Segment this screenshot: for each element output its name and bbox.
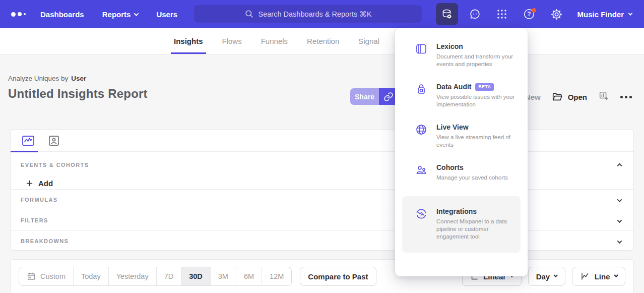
apps-grid-button[interactable] [491, 3, 512, 25]
tab-insights[interactable]: Insights [174, 28, 203, 54]
mixpanel-logo-icon[interactable] [11, 12, 28, 17]
range-6m[interactable]: 6M [236, 267, 262, 285]
top-navigation-bar: Dashboards Reports Users Search Dashboar… [0, 0, 644, 28]
menu-item-text: Cohorts Manage your saved cohorts [436, 163, 508, 182]
global-search-input[interactable]: Search Dashboards & Reports ⌘K [194, 5, 422, 23]
nav-users[interactable]: Users [156, 10, 177, 19]
range-label: 6M [244, 272, 254, 280]
calendar-icon [27, 272, 36, 281]
menu-item-cohorts[interactable]: Cohorts Manage your saved cohorts [395, 163, 528, 182]
section-label: BREAKDOWNS [21, 238, 69, 244]
date-range-segmented-control: Custom Today Yesterday 7D 30D 3M 6M 12M [19, 267, 292, 286]
messages-button[interactable] [464, 3, 485, 25]
expand-section-button[interactable] [616, 193, 623, 206]
primary-nav: Dashboards Reports Users [40, 10, 177, 19]
nav-users-label: Users [156, 10, 177, 19]
range-label: 3M [218, 272, 228, 280]
tab-funnels[interactable]: Funnels [261, 28, 288, 54]
report-title[interactable]: Untitled Insights Report [8, 87, 148, 101]
folder-open-icon [552, 91, 563, 102]
workspace-selector[interactable]: Music Finder [577, 10, 632, 19]
section-formulas[interactable]: FORMULAS [11, 189, 633, 210]
menu-item-text: Integrations Connect Mixpanel to a data … [436, 207, 516, 241]
expand-section-button[interactable] [616, 214, 623, 227]
query-mode-tabs [11, 130, 633, 152]
nav-reports[interactable]: Reports [102, 10, 139, 19]
chevron-down-icon [617, 218, 622, 223]
tab-signal[interactable]: Signal [358, 28, 379, 54]
range-today[interactable]: Today [73, 267, 108, 285]
lexicon-book-icon [415, 43, 427, 55]
menu-item-data-audit[interactable]: Data Audit BETA View possible issues wit… [395, 83, 528, 108]
report-actions: New Open [525, 89, 632, 105]
expand-section-button[interactable] [616, 235, 623, 248]
menu-item-title: Data Audit [436, 83, 471, 91]
line-chart-icon [580, 272, 590, 281]
menu-item-title: Cohorts [436, 163, 464, 171]
database-gear-icon [441, 8, 453, 20]
range-12m[interactable]: 12M [262, 267, 291, 285]
menu-item-text: Live View View a live streaming feed of … [436, 123, 520, 149]
tab-users-mode[interactable] [48, 130, 60, 152]
topbar-utilities: ? Music Finder [436, 0, 637, 28]
add-to-dashboard-button[interactable] [598, 90, 609, 103]
range-label: 30D [189, 272, 203, 280]
settings-button[interactable] [546, 3, 567, 25]
workspace-name: Music Finder [577, 10, 624, 19]
plus-icon [26, 180, 33, 187]
range-custom[interactable]: Custom [19, 267, 73, 285]
help-button[interactable]: ? [519, 3, 540, 25]
share-button[interactable]: Share [350, 88, 379, 105]
chart-type-dropdown[interactable]: Line [572, 267, 625, 286]
analyze-entity-selector[interactable]: User [71, 75, 86, 82]
menu-item-description: View a live streaming feed of events [436, 134, 520, 149]
menu-item-integrations[interactable]: Integrations Connect Mixpanel to a data … [402, 196, 521, 253]
link-icon [383, 92, 394, 102]
menu-item-lexicon[interactable]: Lexicon Document and transform your even… [395, 42, 528, 68]
tab-label: Signal [358, 37, 379, 45]
collapse-section-button[interactable] [616, 158, 623, 171]
add-label: Add [38, 179, 53, 188]
section-filters[interactable]: FILTERS [11, 210, 633, 230]
range-yesterday[interactable]: Yesterday [108, 267, 156, 285]
search-icon [244, 9, 254, 19]
range-3m[interactable]: 3M [210, 267, 236, 285]
add-event-button[interactable]: Add [26, 179, 623, 188]
tab-retention[interactable]: Retention [307, 28, 339, 54]
menu-item-description: Connect Mixpanel to a data pipeline or c… [436, 218, 516, 241]
cohorts-users-icon [415, 164, 427, 176]
section-label: FORMULAS [21, 197, 58, 203]
menu-item-live-view[interactable]: Live View View a live streaming feed of … [395, 123, 528, 149]
chevron-up-icon [617, 163, 622, 168]
nav-dashboards[interactable]: Dashboards [40, 10, 84, 19]
nav-reports-label: Reports [102, 10, 131, 19]
data-audit-lock-icon [415, 83, 427, 95]
chart-toolbar-card: Custom Today Yesterday 7D 30D 3M 6M 12M … [10, 259, 634, 293]
compare-to-past-button[interactable]: Compare to Past [300, 267, 376, 286]
analyze-prefix: Analyze Uniques by [8, 75, 68, 82]
data-management-button[interactable] [436, 3, 458, 25]
range-label: 7D [164, 272, 174, 280]
open-report-button[interactable]: Open [552, 91, 587, 102]
nav-dashboards-label: Dashboards [40, 10, 84, 19]
date-range-controls: Custom Today Yesterday 7D 30D 3M 6M 12M … [19, 267, 376, 286]
menu-item-text: Data Audit BETA View possible issues wit… [436, 83, 520, 108]
user-card-icon [48, 135, 60, 147]
more-options-button[interactable] [620, 96, 632, 98]
query-builder-card: EVENTS & COHORTS Add FORMULAS FILTERS BR… [10, 129, 634, 251]
interval-dropdown[interactable]: Day [528, 267, 565, 286]
menu-item-text: Lexicon Document and transform your even… [436, 42, 520, 68]
menu-item-title: Integrations [436, 207, 477, 215]
tab-label: Flows [222, 37, 242, 45]
compare-label: Compare to Past [308, 272, 368, 281]
search-placeholder: Search Dashboards & Reports ⌘K [259, 10, 372, 18]
range-7d[interactable]: 7D [156, 267, 181, 285]
svg-text:?: ? [528, 11, 531, 18]
section-breakdowns[interactable]: BREAKDOWNS [11, 230, 633, 251]
tab-flows[interactable]: Flows [222, 28, 242, 54]
interval-label: Day [536, 272, 550, 281]
range-30d[interactable]: 30D [181, 267, 210, 285]
tab-events-mode[interactable] [22, 130, 35, 152]
chart-type-label: Line [595, 272, 610, 281]
tab-label: Insights [174, 37, 203, 45]
